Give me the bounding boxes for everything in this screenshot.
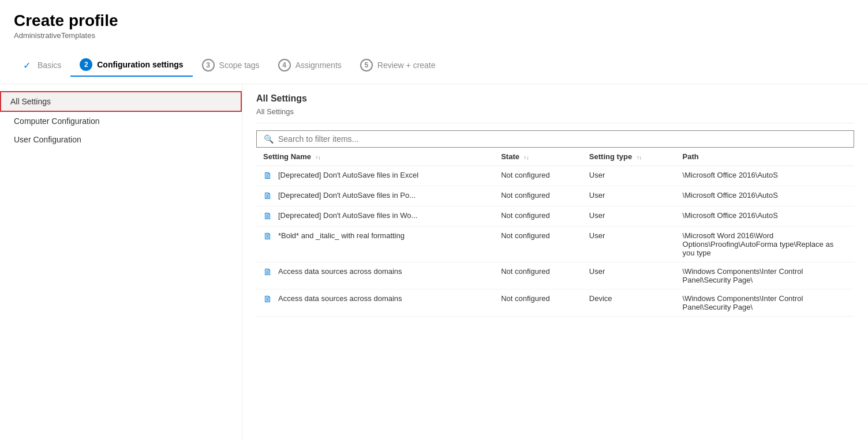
cell-setting-name: 🗎[Deprecated] Don't AutoSave files in Po… (256, 186, 494, 206)
settings-table: Setting Name ↑↓ State ↑↓ Setting type ↑↓ (256, 148, 854, 317)
cell-path: \Windows Components\Inter Control Panel\… (676, 289, 854, 317)
step-3-circle: 3 (202, 59, 215, 72)
table-wrapper: Setting Name ↑↓ State ↑↓ Setting type ↑↓ (256, 148, 854, 440)
cell-setting-type: User (582, 186, 676, 206)
sidebar-item-computer-config[interactable]: Computer Configuration (0, 112, 242, 130)
step-basics[interactable]: ✓ Basics (14, 55, 70, 76)
cell-path: \Microsoft Word 2016\Word Options\Proofi… (676, 227, 854, 262)
col-state[interactable]: State ↑↓ (494, 148, 582, 166)
cell-setting-name: 🗎Access data sources across domains (256, 289, 494, 317)
step-scope-label: Scope tags (219, 61, 260, 70)
step-2-circle: 2 (80, 58, 92, 71)
row-icon: 🗎 (263, 171, 272, 181)
cell-setting-name: 🗎[Deprecated] Don't AutoSave files in Ex… (256, 166, 494, 186)
content-area: All Settings Computer Configuration User… (0, 84, 868, 440)
cell-path: \Windows Components\Inter Control Panel\… (676, 262, 854, 289)
search-icon: 🔍 (264, 134, 274, 144)
table-row[interactable]: 🗎*Bold* and _italic_ with real formattin… (256, 227, 854, 262)
breadcrumb: All Settings (256, 107, 854, 123)
cell-state: Not configured (494, 166, 582, 186)
sidebar-item-all-settings[interactable]: All Settings (0, 91, 242, 112)
sort-state-icon: ↑↓ (524, 155, 529, 160)
search-input[interactable] (278, 134, 847, 144)
row-icon: 🗎 (263, 267, 272, 277)
table-row[interactable]: 🗎Access data sources across domainsNot c… (256, 262, 854, 289)
cell-setting-name: 🗎[Deprecated] Don't AutoSave files in Wo… (256, 206, 494, 227)
table-row[interactable]: 🗎Access data sources across domainsNot c… (256, 289, 854, 317)
sort-setting-name-icon: ↑↓ (316, 155, 321, 160)
row-icon: 🗎 (263, 211, 272, 221)
row-icon: 🗎 (263, 231, 272, 242)
cell-state: Not configured (494, 186, 582, 206)
cell-setting-type: User (582, 166, 676, 186)
step-configuration-label: Configuration settings (97, 60, 183, 69)
cell-setting-type: Device (582, 289, 676, 317)
step-scope[interactable]: 3 Scope tags (193, 54, 269, 76)
page-header: Create profile AdministrativeTemplates (0, 0, 868, 47)
sidebar: All Settings Computer Configuration User… (0, 84, 242, 440)
search-bar: 🔍 (256, 130, 854, 148)
table-row[interactable]: 🗎[Deprecated] Don't AutoSave files in Po… (256, 186, 854, 206)
page-subtitle: AdministrativeTemplates (14, 31, 854, 40)
table-container: Setting Name ↑↓ State ↑↓ Setting type ↑↓ (256, 148, 854, 440)
cell-path: \Microsoft Office 2016\AutoS (676, 166, 854, 186)
step-4-circle: 4 (278, 59, 291, 72)
table-header-row: Setting Name ↑↓ State ↑↓ Setting type ↑↓ (256, 148, 854, 166)
step-configuration[interactable]: 2 Configuration settings (70, 54, 192, 77)
row-icon: 🗎 (263, 294, 272, 304)
cell-setting-name: 🗎Access data sources across domains (256, 262, 494, 289)
step-assignments[interactable]: 4 Assignments (269, 54, 351, 76)
cell-state: Not configured (494, 206, 582, 227)
cell-path: \Microsoft Office 2016\AutoS (676, 206, 854, 227)
cell-path: \Microsoft Office 2016\AutoS (676, 186, 854, 206)
row-icon: 🗎 (263, 191, 272, 201)
sidebar-item-user-config[interactable]: User Configuration (0, 130, 242, 149)
sort-setting-type-icon: ↑↓ (637, 155, 642, 160)
wizard-steps: ✓ Basics 2 Configuration settings 3 Scop… (0, 47, 868, 84)
col-setting-type[interactable]: Setting type ↑↓ (582, 148, 676, 166)
cell-state: Not configured (494, 289, 582, 317)
cell-setting-type: User (582, 206, 676, 227)
col-setting-name[interactable]: Setting Name ↑↓ (256, 148, 494, 166)
check-icon: ✓ (23, 60, 31, 71)
step-basics-label: Basics (38, 61, 61, 70)
main-section-title: All Settings (256, 93, 854, 104)
main-content: All Settings All Settings 🔍 Setting Name… (242, 84, 868, 440)
cell-setting-type: User (582, 227, 676, 262)
col-path[interactable]: Path (676, 148, 854, 166)
cell-state: Not configured (494, 262, 582, 289)
cell-state: Not configured (494, 227, 582, 262)
cell-setting-type: User (582, 262, 676, 289)
step-assignments-label: Assignments (295, 61, 342, 70)
table-row[interactable]: 🗎[Deprecated] Don't AutoSave files in Wo… (256, 206, 854, 227)
table-row[interactable]: 🗎[Deprecated] Don't AutoSave files in Ex… (256, 166, 854, 186)
step-5-circle: 5 (360, 59, 373, 72)
page-title: Create profile (14, 12, 854, 30)
step-review-label: Review + create (377, 61, 436, 70)
step-review[interactable]: 5 Review + create (351, 54, 445, 76)
cell-setting-name: 🗎*Bold* and _italic_ with real formattin… (256, 227, 494, 262)
